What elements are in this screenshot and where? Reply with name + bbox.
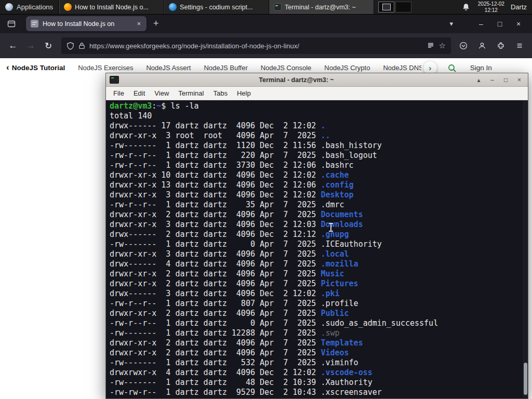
taskbar-item[interactable]: Terminal - dartz@vm3: ~ bbox=[269, 0, 374, 14]
clock[interactable]: 2025-12-02 12:12 bbox=[474, 0, 509, 14]
terminal-close-button[interactable]: × bbox=[514, 76, 524, 84]
site-nav-item[interactable]: NodeJS DNS bbox=[383, 64, 421, 72]
terminal-body[interactable]: dartz@vm3:~$ ls -latotal 140drwx------ 1… bbox=[106, 100, 528, 398]
workspace-2[interactable] bbox=[395, 2, 411, 12]
site-nav-item[interactable]: NodeJS Crypto bbox=[324, 64, 370, 72]
account-icon[interactable] bbox=[474, 37, 490, 54]
terminal-menu-file[interactable]: File bbox=[109, 89, 129, 97]
browser-minimize-button[interactable]: – bbox=[472, 20, 490, 28]
terminal-ls-row: -rw------- 1 dartz dartz 532 Apr 7 2025 … bbox=[110, 358, 527, 368]
taskbar-item-label: Settings - codium script... bbox=[180, 4, 252, 11]
forward-button[interactable]: → bbox=[22, 37, 39, 54]
browser-window-controls: – □ × bbox=[472, 20, 528, 28]
browser-navbar: ← → ↻ https://www.geeksforgeeks.org/node… bbox=[0, 33, 532, 58]
terminal-ls-row: -rw-r--r-- 1 dartz dartz 3730 Dec 2 12:0… bbox=[110, 161, 527, 170]
terminal-ls-row: -rw------- 1 dartz dartz 48 Dec 2 10:39 … bbox=[110, 378, 527, 388]
terminal-ls-row: drwx------ 2 dartz dartz 4096 Dec 2 12:1… bbox=[110, 230, 527, 240]
terminal-ls-row: -rw------- 1 dartz dartz 12288 Apr 7 202… bbox=[110, 328, 527, 338]
terminal-ls-row: drwxr-xr-x 2 dartz dartz 4096 Apr 7 2025… bbox=[110, 269, 527, 279]
taskbar-item[interactable]: How to Install Node.js o... bbox=[59, 0, 164, 14]
terminal-window: Terminal - dartz@vm3: ~ ▴ – □ × FileEdit… bbox=[105, 73, 528, 399]
terminal-ls-row: drwxr-xr-x 3 dartz dartz 4096 Dec 2 12:0… bbox=[110, 190, 527, 200]
applications-menu[interactable]: Applications bbox=[0, 0, 58, 14]
terminal-menu-view[interactable]: View bbox=[150, 89, 174, 97]
extensions-icon[interactable] bbox=[493, 37, 509, 54]
terminal-ls-row: drwxr-xr-x 3 dartz dartz 4096 Dec 2 12:0… bbox=[110, 220, 527, 230]
terminal-ls-row: -rw-r--r-- 1 dartz dartz 807 Apr 7 2025 … bbox=[110, 299, 527, 309]
terminal-ls-row: drwxr-xr-x 2 dartz dartz 4096 Apr 7 2025… bbox=[110, 279, 527, 289]
tab-close-icon[interactable]: × bbox=[136, 20, 142, 28]
site-nav-item[interactable]: NodeJS Tutorial bbox=[12, 64, 65, 72]
terminal-title: Terminal - dartz@vm3: ~ bbox=[123, 76, 470, 84]
terminal-menu-help[interactable]: Help bbox=[232, 89, 256, 97]
browser-maximize-button[interactable]: □ bbox=[490, 20, 509, 28]
site-nav-item[interactable]: NodeJS Console bbox=[261, 64, 312, 72]
terminal-titlebar[interactable]: Terminal - dartz@vm3: ~ ▴ – □ × bbox=[106, 73, 528, 87]
taskbar: How to Install Node.js o...Settings - co… bbox=[59, 0, 374, 14]
sign-in-button[interactable]: Sign In bbox=[470, 64, 492, 72]
site-nav-item[interactable]: NodeJS Assert bbox=[146, 64, 191, 72]
terminal-menu-tabs[interactable]: Tabs bbox=[208, 89, 232, 97]
terminal-maximize-button[interactable]: □ bbox=[501, 76, 511, 84]
tracking-shield-icon[interactable] bbox=[66, 42, 74, 50]
panel-spacer bbox=[416, 0, 458, 14]
terminal-app-icon bbox=[110, 76, 119, 84]
terminal-output-lines: dartz@vm3:~$ ls -latotal 140drwx------ 1… bbox=[110, 101, 527, 397]
workspace-window-thumb bbox=[382, 4, 391, 10]
toolbar-icons: ≡ bbox=[455, 37, 528, 54]
terminal-prompt-line: dartz@vm3:~$ ls -la bbox=[110, 101, 527, 111]
menu-icon[interactable]: ≡ bbox=[511, 37, 528, 54]
notification-bell-icon[interactable] bbox=[458, 0, 474, 14]
clock-time: 12:12 bbox=[485, 7, 498, 14]
clock-date: 2025-12-02 bbox=[478, 1, 504, 7]
terminal-ls-row: drwx------ 4 dartz dartz 4096 Apr 7 2025… bbox=[110, 259, 527, 269]
taskbar-item[interactable]: Settings - codium script... bbox=[164, 0, 269, 14]
top-panel: Applications How to Install Node.js o...… bbox=[0, 0, 532, 15]
terminal-ls-row: -rw-rw-r-- 1 dartz dartz 9529 Dec 2 10:4… bbox=[110, 388, 527, 397]
terminal-ls-row: drwx------ 17 dartz dartz 4096 Dec 2 12:… bbox=[110, 121, 527, 131]
terminal-ls-row: drwxr-xr-x 2 dartz dartz 4096 Apr 7 2025… bbox=[110, 338, 527, 348]
terminal-ls-row: drwxr-xr-x 13 dartz dartz 4096 Dec 2 12:… bbox=[110, 180, 527, 190]
taskbar-item-label: How to Install Node.js o... bbox=[75, 4, 149, 11]
panel-user-label[interactable]: Dartz bbox=[509, 0, 532, 14]
terminal-menu-terminal[interactable]: Terminal bbox=[174, 89, 208, 97]
firefox-icon bbox=[64, 3, 72, 11]
reload-button[interactable]: ↻ bbox=[39, 37, 57, 54]
terminal-ls-row: drwxr-xr-x 3 dartz dartz 4096 Apr 7 2025… bbox=[110, 249, 527, 259]
search-icon[interactable] bbox=[447, 63, 457, 73]
terminal-ls-row: drwx------ 3 dartz dartz 4096 Dec 2 12:0… bbox=[110, 289, 527, 299]
browser-close-button[interactable]: × bbox=[509, 20, 528, 28]
firefox-view-icon[interactable] bbox=[4, 17, 19, 31]
workspace-switcher[interactable] bbox=[374, 0, 416, 14]
url-bar[interactable]: https://www.geeksforgeeks.org/node-js/in… bbox=[61, 37, 451, 54]
url-text[interactable]: https://www.geeksforgeeks.org/node-js/in… bbox=[89, 42, 422, 50]
terminal-minimize-button[interactable]: – bbox=[487, 76, 497, 84]
terminal-icon bbox=[274, 3, 282, 11]
terminal-ls-row: -rw------- 1 dartz dartz 0 Apr 7 2025 .I… bbox=[110, 240, 527, 249]
tab-favicon bbox=[31, 20, 38, 28]
terminal-menu-edit[interactable]: Edit bbox=[129, 89, 150, 97]
terminal-ls-row: drwxrwxr-x 4 dartz dartz 4096 Dec 2 12:0… bbox=[110, 368, 527, 378]
bookmark-star-icon[interactable]: ☆ bbox=[439, 41, 446, 50]
reader-mode-icon[interactable] bbox=[427, 42, 434, 49]
terminal-ls-row: drwxr-xr-x 2 dartz dartz 4096 Apr 7 2025… bbox=[110, 210, 527, 220]
workspace-1[interactable] bbox=[378, 2, 394, 12]
back-button[interactable]: ← bbox=[4, 37, 22, 54]
lock-icon[interactable] bbox=[79, 42, 85, 49]
tab-title: How to Install Node.js on bbox=[43, 20, 131, 28]
terminal-ls-row: -rw-r--r-- 1 dartz dartz 0 Apr 7 2025 .s… bbox=[110, 318, 527, 328]
site-nav-item[interactable]: NodeJS Exercises bbox=[78, 64, 133, 72]
terminal-scrollbar[interactable] bbox=[523, 100, 528, 398]
desktop: Applications How to Install Node.js o...… bbox=[0, 0, 532, 399]
terminal-ls-row: drwxr-xr-x 2 dartz dartz 4096 Apr 7 2025… bbox=[110, 309, 527, 318]
list-all-tabs-icon[interactable]: ▾ bbox=[444, 20, 458, 28]
terminal-scrollbar-thumb[interactable] bbox=[524, 363, 527, 395]
new-tab-button[interactable]: + bbox=[147, 18, 166, 29]
nav-scroll-left-icon[interactable]: ‹ bbox=[5, 62, 12, 74]
terminal-shade-button[interactable]: ▴ bbox=[474, 76, 484, 84]
browser-tab[interactable]: How to Install Node.js on × bbox=[26, 16, 147, 31]
pocket-icon[interactable] bbox=[455, 37, 472, 54]
terminal-ls-row: -rw-r--r-- 1 dartz dartz 220 Apr 7 2025 … bbox=[110, 151, 527, 161]
site-nav-item[interactable]: NodeJS Buffer bbox=[204, 64, 247, 72]
terminal-ls-row: -rw-r--r-- 1 dartz dartz 35 Apr 7 2025 .… bbox=[110, 200, 527, 210]
